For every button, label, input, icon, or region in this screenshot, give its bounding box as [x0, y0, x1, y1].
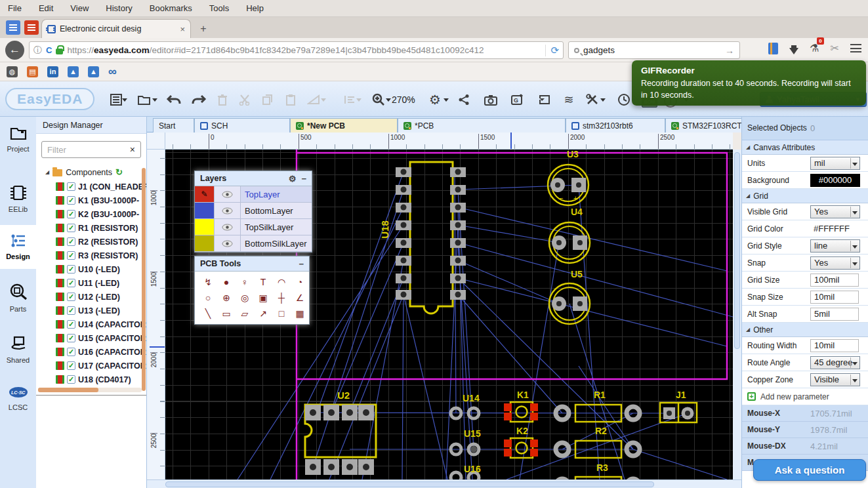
screenshot-addon-icon[interactable]: ✂ — [831, 42, 839, 54]
add-new-parameter[interactable]: +Add new parameter — [742, 388, 868, 405]
tab-close-icon[interactable]: × — [180, 24, 185, 34]
settings-caret[interactable] — [444, 98, 449, 102]
eye-icon[interactable] — [215, 235, 241, 251]
layer-row[interactable]: BottomLayer — [195, 203, 312, 219]
project-list-caret[interactable] — [122, 98, 127, 102]
doc-tab-stm32f103rbt6[interactable]: stm32f103rbt6 — [566, 118, 665, 132]
layer-name[interactable]: BottomSilkLayer — [241, 235, 312, 251]
zoom-caret[interactable] — [386, 98, 391, 102]
footprint-u2[interactable]: U2 — [305, 390, 376, 475]
export-image-icon[interactable]: G — [508, 91, 527, 109]
pinned-tab-icon-red[interactable] — [24, 20, 39, 35]
settings-gear-icon[interactable]: ⚙ — [425, 91, 445, 109]
routing-width-input[interactable]: 10mil — [810, 339, 859, 352]
doc-tab-stm32f103rct6[interactable]: STM32F103RCT6 — [665, 118, 749, 132]
back-button[interactable]: ← — [5, 41, 24, 60]
menu-item[interactable]: Tools — [209, 3, 229, 13]
layer-color-swatch[interactable] — [195, 203, 215, 218]
copper-area-tool[interactable]: ▱ — [236, 306, 254, 321]
layer-color-swatch[interactable]: ✎ — [195, 186, 215, 202]
footprint-u4[interactable] — [549, 222, 590, 263]
browser-tab[interactable]: Electronic circuit desig × — [41, 19, 191, 38]
layers-minimize-icon[interactable]: − — [301, 174, 306, 184]
layers-settings-icon[interactable]: ⚙ — [289, 174, 297, 184]
snap-size-input[interactable]: 10mil — [810, 291, 859, 304]
layer-row[interactable]: BottomSilkLayer — [195, 235, 312, 252]
component-item[interactable]: ✓ U13 (-LED) — [36, 304, 146, 317]
search-bar[interactable]: gadgets → — [568, 41, 740, 59]
units-select[interactable]: mil — [810, 157, 860, 170]
infinity-bookmark-icon[interactable]: ∞ — [108, 65, 117, 79]
layer-name[interactable]: BottomLayer — [241, 203, 312, 218]
component-item[interactable]: ✓ J1 (CON_HEADER — [36, 180, 146, 193]
arc-center-tool[interactable]: ◔ — [291, 274, 309, 290]
menu-item[interactable]: Edit — [39, 3, 53, 13]
footprint-k2[interactable]: K2 — [504, 426, 538, 458]
component-item[interactable]: ✓ R2 (RESISTOR) — [36, 235, 146, 249]
component-checkbox[interactable]: ✓ — [67, 293, 75, 301]
waves-routing-icon[interactable]: ≋ — [559, 91, 579, 109]
easyeda-logo[interactable]: EasyEDA — [5, 88, 94, 110]
arc-tool[interactable]: ◠ — [272, 274, 291, 290]
snap-select[interactable]: Yes — [810, 256, 860, 270]
share-icon[interactable] — [454, 91, 474, 109]
component-checkbox[interactable]: ✓ — [67, 265, 75, 274]
history-clock-icon[interactable] — [614, 91, 634, 109]
filter-input[interactable] — [47, 145, 130, 155]
measure-tool[interactable]: ↗ — [254, 306, 272, 321]
tree-vertical-scrollbar[interactable] — [142, 168, 146, 391]
menu-item[interactable]: View — [70, 3, 89, 13]
sidebar-item-lcsc[interactable]: LC·SC LCSC — [0, 386, 36, 411]
undo-icon[interactable] — [164, 91, 184, 109]
layer-row[interactable]: ✎ TopLayer — [195, 186, 312, 203]
section-other[interactable]: ◢Other — [742, 323, 868, 337]
hole-tool[interactable]: ◎ — [236, 290, 254, 306]
gifrecorder-notification[interactable]: GIFRecorder Recording duration set to 40… — [632, 60, 866, 106]
component-checkbox[interactable]: ✓ — [67, 224, 75, 232]
search-go-icon[interactable]: → — [725, 45, 734, 56]
component-item[interactable]: ✓ U15 (CAPACITOR — [36, 331, 146, 345]
grid-size-input[interactable]: 100mil — [810, 274, 859, 287]
page-info-icon[interactable]: ⓘ — [33, 45, 42, 56]
component-item[interactable]: ✓ U12 (-LED) — [36, 290, 146, 304]
layer-name[interactable]: TopSilkLayer — [241, 219, 312, 235]
menu-item[interactable]: Help — [246, 3, 264, 13]
pad-tool[interactable]: ● — [217, 274, 236, 290]
pinned-tab-icon-blue[interactable] — [6, 20, 20, 35]
doc-tab-new-pcb[interactable]: *New PCB — [290, 118, 398, 132]
ask-a-question-button[interactable]: Ask a question — [753, 459, 866, 481]
dimension-tool[interactable]: ┼ — [272, 290, 291, 306]
tree-collapse-icon[interactable]: ◢ — [45, 169, 49, 175]
layer-color-swatch[interactable] — [195, 235, 215, 251]
footprint-k1[interactable]: K1 — [504, 390, 538, 422]
search-input[interactable]: gadgets — [583, 45, 721, 55]
component-checkbox[interactable]: ✓ — [67, 306, 75, 315]
globe-bookmark-icon[interactable]: ◍ — [7, 66, 18, 77]
new-tab-button[interactable]: + — [196, 22, 211, 37]
reload-icon[interactable]: ⟳ — [545, 45, 559, 56]
camera-icon[interactable] — [481, 91, 501, 109]
component-checkbox[interactable]: ✓ — [67, 279, 75, 287]
component-item[interactable]: ✓ U16 (CAPACITOR — [36, 345, 146, 359]
doc-tab-start[interactable]: Start — [153, 118, 194, 132]
components-root[interactable]: ◢ Components ↻ — [36, 163, 146, 180]
component-item[interactable]: ✓ U10 (-LED) — [36, 262, 146, 276]
doc-tab-pcb[interactable]: *PCB — [398, 118, 566, 132]
component-checkbox[interactable]: ✓ — [67, 361, 75, 370]
track-tool[interactable]: ↯ — [199, 274, 217, 290]
sidebar-item-shared[interactable]: Shared — [0, 336, 36, 364]
background-color-picker[interactable]: #000000 — [810, 174, 860, 187]
filter-box[interactable]: × — [41, 141, 141, 158]
sidebar-item-parts[interactable]: Parts — [0, 283, 36, 313]
component-item[interactable]: ✓ K2 (B3U-1000P- — [36, 207, 146, 221]
connection-icon[interactable]: C — [46, 45, 52, 55]
url-text[interactable]: https://easyeda.com/editor#id=2171d864bc… — [67, 45, 541, 55]
eye-icon[interactable] — [215, 219, 241, 235]
scrollbar-thumb[interactable] — [38, 388, 98, 392]
layers-panel-header[interactable]: Layers ⚙ − — [195, 171, 312, 186]
component-checkbox[interactable]: ✓ — [67, 375, 75, 384]
tools-caret[interactable] — [600, 98, 606, 102]
circle-tool[interactable]: ○ — [199, 290, 217, 306]
component-item[interactable]: ✓ U14 (CAPACITOR — [36, 317, 146, 331]
section-grid[interactable]: ◢Grid — [742, 189, 868, 203]
